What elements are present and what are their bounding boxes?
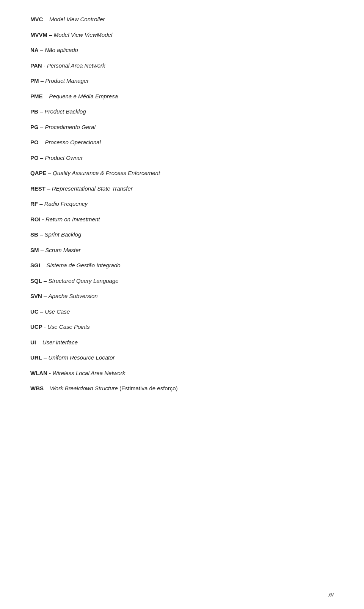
entry-separator: - — [41, 216, 46, 222]
entry-abbr: RF — [30, 200, 38, 207]
entry-separator: – — [38, 108, 45, 115]
entry-separator: - — [42, 323, 47, 330]
entry-abbr: PO — [30, 155, 39, 161]
entry-definition: Scrum Master — [45, 247, 80, 253]
content-area: MVC – Model View ControllerMVVM – Model … — [30, 15, 334, 393]
entry-definition: Product Manager — [45, 77, 89, 84]
glossary-entry-sql: SQL – Structured Query Language — [30, 277, 334, 286]
entry-definition: Pequena e Média Empresa — [49, 93, 118, 99]
glossary-entry-na: NA – Não aplicado — [30, 46, 334, 55]
entry-abbr: SM — [30, 247, 39, 253]
glossary-entry-ui: UI – User interface — [30, 338, 334, 347]
entry-abbr: SGI — [30, 262, 40, 268]
entry-definition: Use Case Points — [47, 323, 90, 330]
entry-separator: – — [42, 354, 49, 361]
glossary-entry-ucp: UCP - Use Case Points — [30, 323, 334, 331]
entry-separator: – — [39, 155, 45, 161]
glossary-entry-roi: ROI - Return on Investment — [30, 215, 334, 224]
entry-separator: – — [42, 278, 49, 284]
entry-separator: – — [47, 170, 53, 176]
entry-abbr: REST — [30, 185, 46, 192]
glossary-entry-qape: QAPE – Quality Assurance & Process Enfor… — [30, 169, 334, 178]
entry-separator: – — [38, 231, 45, 238]
entry-abbr: MVC — [30, 16, 43, 22]
entry-separator: – — [43, 93, 49, 99]
entry-abbr: PME — [30, 93, 43, 99]
entry-definition: Radio Frequency — [44, 200, 88, 207]
glossary-entry-mvc: MVC – Model View Controller — [30, 15, 334, 24]
entry-definition: Wireless Local Area Network — [52, 370, 125, 376]
glossary-entry-pg: PG – Procedimento Geral — [30, 123, 334, 132]
entry-abbr: PG — [30, 124, 39, 130]
entry-separator: - — [42, 62, 47, 69]
glossary-entry-pan: PAN - Personal Area Network — [30, 62, 334, 70]
entry-abbr: QAPE — [30, 170, 47, 176]
entry-abbr: UI — [30, 339, 36, 346]
entry-definition: Sistema de Gestão Integrado — [47, 262, 121, 268]
glossary-entry-sgi: SGI – Sistema de Gestão Integrado — [30, 261, 334, 270]
glossary-entry-mvvm: MVVM – Model View ViewModel — [30, 31, 334, 39]
entry-separator: - — [47, 370, 52, 376]
entry-separator: – — [39, 124, 45, 130]
glossary-entry-po-processo: PO – Processo Operacional — [30, 138, 334, 147]
entry-abbr: NA — [30, 47, 39, 53]
entry-definition: Work Breakdown Structure — [50, 385, 118, 391]
entry-definition: Uniform Resource Locator — [49, 354, 115, 361]
entry-definition: REpresentational State Transfer — [52, 185, 133, 192]
entry-separator: – — [39, 139, 45, 145]
entry-suffix: (Estimativa de esforço) — [118, 385, 178, 391]
glossary-entry-rest: REST – REpresentational State Transfer — [30, 185, 334, 193]
entry-abbr: MVVM — [30, 32, 47, 38]
entry-definition: Return on Investment — [46, 216, 100, 222]
entry-abbr: PM — [30, 77, 39, 84]
entry-abbr: URL — [30, 354, 42, 361]
entry-definition: User interface — [42, 339, 78, 346]
entry-definition: Use Case — [45, 308, 70, 315]
entry-separator: – — [39, 247, 46, 253]
entry-definition: Não aplicado — [45, 47, 78, 53]
entry-abbr: WBS — [30, 385, 44, 391]
entry-separator: – — [44, 385, 50, 391]
page-number: xv — [328, 592, 334, 598]
glossary-entry-po-product: PO – Product Owner — [30, 154, 334, 163]
entry-definition: Model View ViewModel — [54, 32, 113, 38]
entry-abbr: SVN — [30, 293, 42, 299]
glossary-entry-uc: UC – Use Case — [30, 308, 334, 316]
entry-abbr: UCP — [30, 323, 42, 330]
entry-definition: Product Owner — [45, 155, 83, 161]
entry-abbr: PO — [30, 139, 39, 145]
entry-definition: Sprint Backlog — [45, 231, 82, 238]
entry-abbr: SQL — [30, 278, 42, 284]
entry-abbr: ROI — [30, 216, 41, 222]
entry-definition: Processo Operacional — [45, 139, 101, 145]
glossary-entry-pb: PB – Product Backlog — [30, 107, 334, 116]
glossary-entry-sb: SB – Sprint Backlog — [30, 230, 334, 239]
entry-separator: – — [39, 47, 45, 53]
entry-abbr: SB — [30, 231, 38, 238]
entry-separator: – — [43, 16, 49, 22]
entry-abbr: UC — [30, 308, 39, 315]
entry-abbr: WLAN — [30, 370, 47, 376]
glossary-entry-sm: SM – Scrum Master — [30, 246, 334, 255]
entry-separator: – — [39, 308, 45, 315]
entry-separator: – — [46, 185, 52, 192]
entry-definition: Personal Area Network — [47, 62, 105, 69]
entry-abbr: PAN — [30, 62, 42, 69]
entry-separator: – — [39, 77, 46, 84]
glossary-entry-pme: PME – Pequena e Média Empresa — [30, 92, 334, 101]
entry-definition: Structured Query Language — [49, 278, 119, 284]
entry-abbr: PB — [30, 108, 38, 115]
entry-definition: Procedimento Geral — [45, 124, 95, 130]
glossary-entry-wlan: WLAN - Wireless Local Area Network — [30, 369, 334, 378]
glossary-entry-pm: PM – Product Manager — [30, 77, 334, 85]
glossary-entry-rf: RF – Radio Frequency — [30, 200, 334, 208]
entry-separator: – — [42, 293, 49, 299]
glossary-entry-url: URL – Uniform Resource Locator — [30, 353, 334, 362]
entry-separator: – — [38, 200, 44, 207]
entry-definition: Model View Controller — [49, 16, 105, 22]
entry-definition: Quality Assurance & Process Enforcement — [53, 170, 160, 176]
glossary-entry-svn: SVN – Apache Subversion — [30, 292, 334, 301]
entry-separator: – — [40, 262, 47, 268]
entry-separator: – — [36, 339, 42, 346]
glossary-entry-wbs: WBS – Work Breakdown Structure (Estimati… — [30, 384, 334, 393]
